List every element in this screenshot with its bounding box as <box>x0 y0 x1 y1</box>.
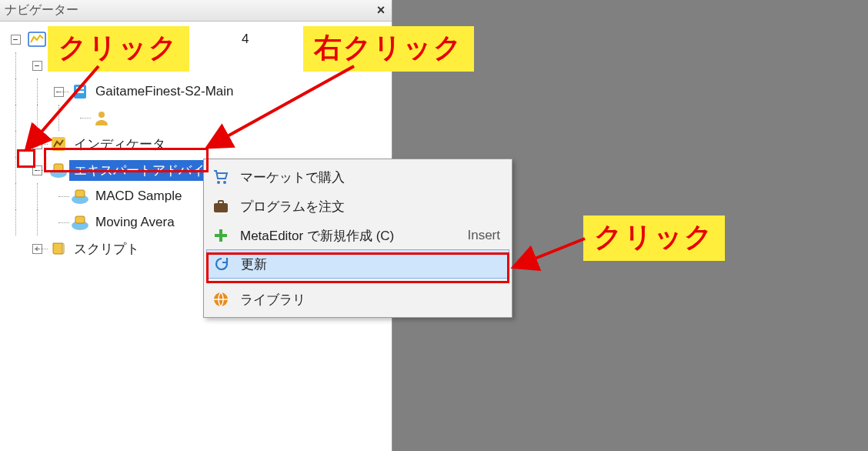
svg-rect-8 <box>54 164 63 171</box>
svg-rect-18 <box>215 234 227 237</box>
briefcase-icon <box>209 195 232 218</box>
tree-server-row[interactable]: − GaitameFinest-S2-Main <box>5 79 392 105</box>
menu-label: プログラムを注文 <box>240 198 500 215</box>
app-icon <box>26 28 48 50</box>
expand-icon[interactable]: − <box>32 61 42 71</box>
tree-account-row[interactable] <box>5 105 392 131</box>
cart-icon <box>209 165 232 189</box>
expand-icon[interactable]: − <box>54 87 64 97</box>
ea-icon <box>69 185 91 207</box>
plus-icon <box>209 224 232 247</box>
panel-title: ナビゲーター <box>5 2 373 18</box>
refresh-icon <box>210 252 233 276</box>
indicator-icon <box>48 133 69 155</box>
callout-right-click: 右クリック <box>303 26 474 72</box>
close-icon[interactable]: × <box>373 3 389 18</box>
expand-icon[interactable]: − <box>11 35 21 45</box>
ea-child-label: Moving Avera <box>91 213 179 232</box>
svg-point-13 <box>217 181 220 184</box>
menu-item-market-buy[interactable]: マーケットで購入 <box>206 162 509 192</box>
svg-rect-4 <box>76 91 84 93</box>
expand-icon[interactable]: + <box>32 139 42 149</box>
ea-icon <box>69 212 91 233</box>
menu-separator <box>234 281 508 282</box>
menu-label: ライブラリ <box>240 291 500 309</box>
indicators-label: インディケータ <box>69 134 170 155</box>
user-icon <box>91 107 112 129</box>
tree-indicators-row[interactable]: + インディケータ <box>5 131 392 157</box>
globe-icon <box>209 288 232 311</box>
arrow-click-to-refresh <box>508 231 593 277</box>
svg-rect-3 <box>76 87 84 89</box>
server-name: GaitameFinest-S2-Main <box>91 82 239 101</box>
menu-item-library[interactable]: ライブラリ <box>206 285 509 314</box>
panel-titlebar: ナビゲーター × <box>0 0 392 22</box>
svg-rect-16 <box>219 201 223 204</box>
callout-click-2: クリック <box>583 215 725 261</box>
menu-item-refresh[interactable]: 更新 <box>206 249 509 279</box>
svg-point-5 <box>98 112 105 118</box>
svg-point-14 <box>223 181 226 184</box>
ea-child-label: MACD Sample <box>91 187 186 205</box>
menu-item-order-program[interactable]: プログラムを注文 <box>206 192 509 221</box>
ea-label: エキスパートアドバイザ <box>69 160 222 181</box>
server-icon <box>69 81 91 102</box>
svg-rect-12 <box>75 216 85 223</box>
svg-line-22 <box>516 239 585 266</box>
root-suffix: 4 <box>237 30 253 48</box>
menu-accel: Insert <box>456 228 500 243</box>
callout-click: クリック <box>48 26 189 72</box>
context-menu: マーケットで購入 プログラムを注文 MetaEditor で新規作成 (C) I… <box>203 159 512 318</box>
ea-icon <box>48 159 69 181</box>
expand-icon[interactable]: + <box>32 244 42 254</box>
script-icon <box>48 238 69 259</box>
expand-icon[interactable]: − <box>32 165 42 175</box>
scripts-label: スクリプト <box>69 239 144 259</box>
menu-label: 更新 <box>241 256 499 273</box>
menu-label: MetaEditor で新規作成 (C) <box>240 227 449 245</box>
menu-label: マーケットで購入 <box>240 169 500 186</box>
svg-rect-10 <box>75 190 85 197</box>
menu-item-new-metaeditor[interactable]: MetaEditor で新規作成 (C) Insert <box>206 221 509 250</box>
